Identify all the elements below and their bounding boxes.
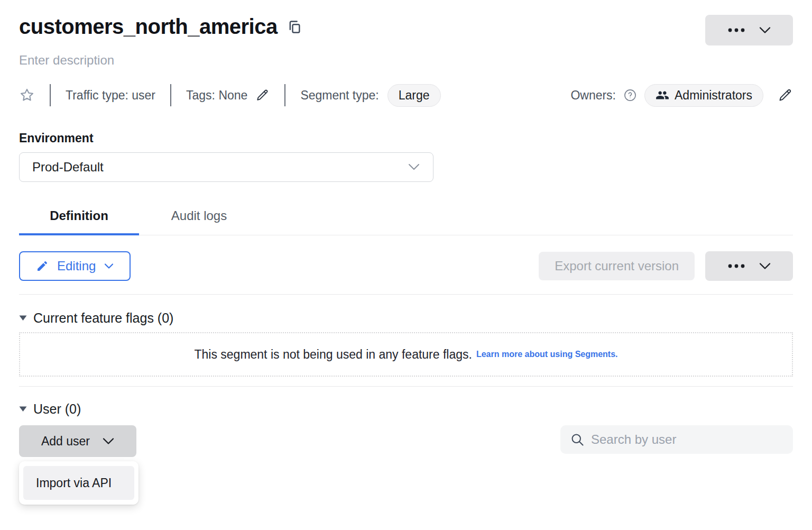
search-by-user-input[interactable] <box>591 432 783 447</box>
meta-divider <box>50 84 51 106</box>
user-section-title: User (0) <box>33 401 81 417</box>
description-placeholder[interactable]: Enter description <box>19 53 793 68</box>
environment-select[interactable]: Prod-Default <box>19 152 433 182</box>
meta-divider <box>170 84 171 106</box>
favorite-star-button[interactable] <box>19 87 35 103</box>
owners-badge[interactable]: Administrators <box>644 84 763 107</box>
add-user-dropdown-menu: Import via API <box>19 461 139 505</box>
star-outline-icon <box>19 87 35 103</box>
add-user-button[interactable]: Add user <box>19 425 136 457</box>
tab-audit-logs[interactable]: Audit logs <box>139 203 259 235</box>
add-user-label: Add user <box>41 434 90 449</box>
chevron-down-icon <box>408 163 420 171</box>
user-actions-row: Add user Import via API <box>19 425 793 457</box>
feature-flags-section-header[interactable]: Current feature flags (0) <box>19 310 793 326</box>
page-title: customers_north_america <box>19 15 278 39</box>
chevron-down-icon <box>759 26 771 34</box>
segment-type-badge: Large <box>387 84 441 107</box>
tab-bar: Definition Audit logs <box>19 203 793 235</box>
ellipsis-icon <box>727 263 745 269</box>
menu-item-import-via-api[interactable]: Import via API <box>23 466 134 500</box>
segment-type-label: Segment type: <box>300 88 379 103</box>
traffic-type-label: Traffic type: user <box>66 88 155 103</box>
owners-help-button[interactable] <box>623 88 637 102</box>
divider <box>19 386 793 387</box>
copy-icon <box>287 20 302 34</box>
export-current-version-button[interactable]: Export current version <box>539 252 695 280</box>
meta-row: Traffic type: user Tags: None Segment ty… <box>19 84 793 107</box>
search-icon <box>570 432 585 447</box>
empty-state-text: This segment is not being used in any fe… <box>194 348 472 362</box>
triangle-down-icon <box>19 406 27 412</box>
chevron-down-icon <box>103 437 114 445</box>
learn-more-link[interactable]: Learn more about using Segments. <box>476 350 618 359</box>
environment-label: Environment <box>19 131 793 145</box>
title-wrap: customers_north_america <box>19 15 302 39</box>
user-section-header[interactable]: User (0) <box>19 401 793 417</box>
divider <box>19 294 793 295</box>
tab-definition[interactable]: Definition <box>19 203 139 235</box>
pencil-icon <box>778 88 793 103</box>
ellipsis-icon <box>727 28 745 33</box>
meta-divider <box>284 84 285 106</box>
pencil-icon <box>256 88 270 102</box>
header-more-button[interactable] <box>705 15 793 45</box>
toolbar-more-button[interactable] <box>705 251 793 281</box>
people-icon <box>656 88 669 102</box>
edit-owners-button[interactable] <box>778 88 793 103</box>
tags-label: Tags: None <box>186 88 247 103</box>
chevron-down-icon <box>104 263 114 269</box>
edit-tags-button[interactable] <box>256 88 270 102</box>
feature-flags-empty-state: This segment is not being used in any fe… <box>19 332 793 377</box>
user-search-box <box>560 425 793 454</box>
add-user-wrap: Add user Import via API <box>19 425 136 457</box>
definition-toolbar: Editing Export current version <box>19 251 793 281</box>
question-circle-icon <box>623 88 637 102</box>
owners-group: Owners: Administrators <box>570 84 793 107</box>
copy-title-button[interactable] <box>287 20 302 34</box>
chevron-down-icon <box>759 262 771 270</box>
owners-label: Owners: <box>570 88 616 103</box>
pencil-filled-icon <box>36 260 49 272</box>
editing-mode-button[interactable]: Editing <box>19 251 131 281</box>
segment-detail-page: customers_north_america Enter descriptio… <box>0 0 812 530</box>
toolbar-right: Export current version <box>539 251 793 281</box>
editing-label: Editing <box>57 259 96 273</box>
header: customers_north_america <box>19 15 793 45</box>
triangle-down-icon <box>19 315 27 321</box>
environment-selected-value: Prod-Default <box>32 160 104 175</box>
feature-flags-section-title: Current feature flags (0) <box>33 310 173 326</box>
owners-value: Administrators <box>675 88 752 103</box>
